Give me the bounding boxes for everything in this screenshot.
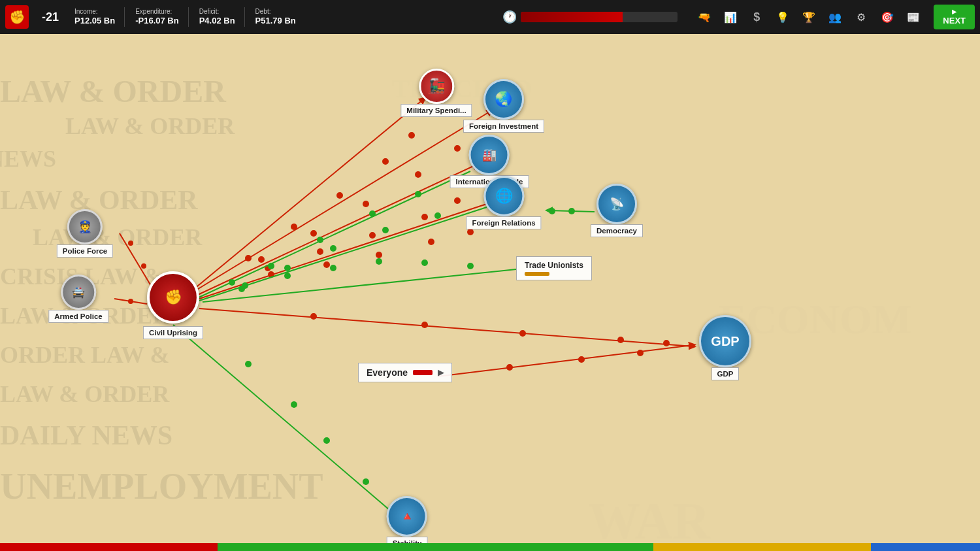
svg-point-41: [421, 259, 428, 266]
svg-point-22: [268, 271, 274, 278]
svg-point-9: [336, 192, 343, 199]
trophy-icon[interactable]: 🏆: [799, 7, 819, 27]
node-military-spending[interactable]: 🚂 Military Spendi...: [400, 69, 472, 117]
svg-point-20: [421, 214, 428, 220]
svg-point-8: [291, 224, 297, 230]
timer-section: 🕐: [502, 10, 678, 24]
gear-icon[interactable]: ⚙: [851, 7, 871, 27]
svg-point-45: [238, 286, 245, 292]
svg-point-11: [408, 132, 415, 139]
svg-point-58: [245, 361, 252, 367]
node-foreign-investment[interactable]: 🌏 Foreign Investment: [463, 79, 544, 133]
military-spending-label: Military Spendi...: [400, 104, 472, 117]
svg-point-60: [323, 437, 330, 444]
svg-line-2: [189, 165, 476, 299]
gun-icon[interactable]: 🔫: [694, 7, 714, 27]
svg-point-21: [454, 197, 461, 204]
police-force-label: Police Force: [57, 244, 113, 258]
clock-icon: 🕐: [502, 10, 517, 24]
svg-line-35: [114, 299, 147, 304]
stability-circle: 🔺: [387, 496, 427, 537]
svg-point-63: [506, 364, 513, 371]
news-icon[interactable]: 📰: [904, 7, 923, 27]
expenditure-stat: Expenditure: -P16.07 Bn: [135, 7, 188, 27]
svg-point-50: [268, 263, 274, 269]
bottom-bars: [0, 543, 980, 551]
democracy-circle: 📡: [596, 184, 637, 224]
svg-point-61: [363, 478, 369, 485]
main-canvas: LAW & ORDER LAW & ORDER NEWS LAW & ORDER…: [0, 34, 980, 551]
civil-uprising-circle: ✊: [147, 271, 199, 324]
svg-point-37: [568, 208, 575, 214]
target-icon[interactable]: 🎯: [877, 7, 897, 27]
node-stability[interactable]: 🔺 Stability: [387, 496, 428, 550]
node-police-force[interactable]: 👮 Police Force: [57, 209, 113, 258]
foreign-investment-circle: 🌏: [483, 79, 524, 120]
svg-point-49: [317, 237, 323, 243]
svg-point-14: [363, 201, 369, 207]
military-spending-circle: 🚂: [419, 69, 454, 104]
debt-stat: Debt: P51.79 Bn: [255, 7, 305, 27]
people-icon[interactable]: 👥: [825, 7, 845, 27]
bg-text-10: DAILY NEWS: [0, 420, 172, 451]
svg-point-31: [663, 340, 670, 346]
svg-point-17: [265, 265, 271, 271]
bar-green: [218, 543, 653, 551]
deficit-stat: Deficit: P4.02 Bn: [199, 7, 245, 27]
svg-point-29: [519, 330, 526, 337]
timer-bar: [521, 12, 678, 22]
svg-line-0: [186, 99, 423, 295]
income-stat: Income: P12.05 Bn: [74, 7, 125, 27]
svg-point-57: [242, 282, 248, 289]
bg-text-1: LAW & ORDER: [0, 73, 226, 109]
svg-line-6: [173, 325, 399, 518]
svg-point-47: [415, 191, 421, 197]
everyone-label: Everyone: [367, 367, 408, 378]
svg-point-18: [317, 248, 323, 255]
trade-unionists-bar: [525, 272, 549, 276]
foreign-relations-circle: 🌐: [483, 176, 524, 216]
svg-point-64: [578, 356, 585, 363]
next-button[interactable]: ▶ NEXT: [934, 5, 975, 29]
svg-line-3: [189, 203, 491, 302]
topbar: ✊ -21 Income: P12.05 Bn Expenditure: -P1…: [0, 0, 980, 34]
svg-point-48: [369, 210, 376, 217]
foreign-relations-label: Foreign Relations: [466, 216, 541, 229]
armed-police-circle: 🚔: [61, 275, 96, 310]
svg-point-40: [467, 263, 474, 269]
svg-point-38: [549, 208, 555, 214]
svg-point-33: [128, 241, 133, 246]
foreign-investment-label: Foreign Investment: [463, 120, 544, 133]
svg-point-26: [467, 229, 474, 235]
svg-line-46: [196, 171, 470, 299]
bg-text-11: UNEMPLOYMENT: [0, 465, 323, 507]
bg-text-13: WAR: [588, 492, 710, 551]
chart-icon[interactable]: 📊: [721, 7, 740, 27]
armed-police-label: Armed Police: [48, 310, 108, 323]
dollar-icon[interactable]: $: [747, 7, 766, 27]
bg-text-3: NEWS: [0, 145, 56, 173]
node-civil-uprising[interactable]: ✊ Civil Uprising: [143, 271, 203, 339]
gdp-label: GDP: [711, 367, 740, 380]
svg-point-15: [415, 171, 421, 178]
bg-text-2: LAW & ORDER: [65, 112, 235, 140]
node-gdp[interactable]: GDP GDP: [699, 315, 751, 380]
svg-point-12: [258, 256, 265, 263]
everyone-box[interactable]: Everyone ▶: [358, 363, 452, 382]
node-foreign-relations[interactable]: 🌐 Foreign Relations: [466, 176, 541, 229]
svg-point-24: [376, 252, 382, 258]
score-value: -21: [42, 10, 59, 24]
trade-unionists-box[interactable]: Trade Unionists: [516, 256, 592, 280]
svg-point-19: [369, 232, 376, 239]
svg-line-1: [189, 111, 491, 294]
civil-uprising-label: Civil Uprising: [143, 326, 203, 339]
svg-line-5: [549, 210, 595, 212]
svg-point-53: [434, 212, 441, 219]
trade-unionists-label: Trade Unionists: [525, 261, 583, 270]
svg-point-65: [637, 350, 644, 356]
node-democracy[interactable]: 📡 Democracy: [591, 184, 643, 237]
node-armed-police[interactable]: 🚔 Armed Police: [48, 275, 108, 323]
bulb-icon[interactable]: 💡: [773, 7, 792, 27]
police-force-circle: 👮: [67, 209, 103, 244]
everyone-bar: [413, 370, 433, 375]
